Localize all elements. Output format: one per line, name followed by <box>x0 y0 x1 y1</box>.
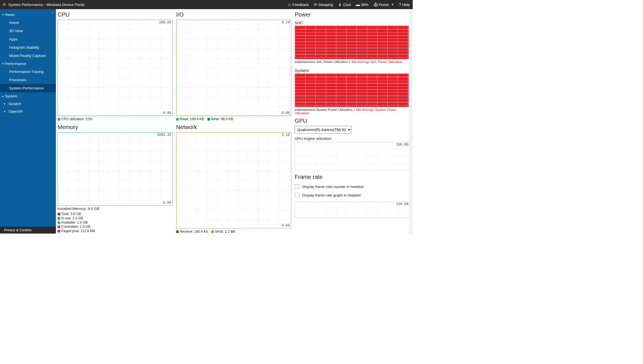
io-ymin: 0.00 <box>282 111 290 115</box>
smiley-icon: ☺ <box>287 3 291 7</box>
gpu-chart: 100.00 <box>295 142 410 170</box>
gpu-ymax: 100.00 <box>396 143 408 147</box>
thermal-status[interactable]: 🌡Cool <box>338 3 351 7</box>
nav-group-performance[interactable]: Performance <box>0 60 56 68</box>
framerate-graph-checkbox[interactable] <box>295 193 299 197</box>
gpu-select[interactable]: Qualcomm(R) Adreno(TM) 630 GPU <box>295 126 352 134</box>
cpu-ymin: 0.00 <box>163 111 171 115</box>
sleeping-status[interactable]: ⟳Sleeping <box>314 3 333 7</box>
memory-installed: Installed Memory: 4.0 GB <box>58 206 173 211</box>
chevron-down-icon: ▼ <box>391 3 394 6</box>
battery-status[interactable]: ▬98% <box>356 3 369 7</box>
power-soc-title: SoC <box>295 20 410 25</box>
nav-item-processes[interactable]: Processes <box>0 76 56 84</box>
page-title: System Performance - Windows Device Port… <box>8 3 84 7</box>
power-system-chart <box>295 73 410 107</box>
nav-item-system-performance[interactable]: System Performance <box>0 84 56 92</box>
memory-ymin: 0.00 <box>163 201 171 205</box>
memory-chart: 3863.32 0.00 <box>58 132 173 206</box>
network-ymin: 0.00 <box>282 224 290 228</box>
main-content: CPU 100.00 0.00 CPU utilization: 22% Mem… <box>56 9 413 234</box>
feedback-button[interactable]: ☺Feedback <box>287 3 309 7</box>
io-chart: 0.19 0.00 <box>176 20 291 116</box>
memory-legend: Total: 3.8 GB In use: 2.3 GB Available: … <box>58 212 173 234</box>
io-panel: I/O 0.19 0.00 Read: 199.4 KB Write: 66.0… <box>176 10 291 121</box>
cpu-chart: 100.00 0.00 <box>58 20 173 116</box>
privacy-cookies-link[interactable]: Privacy & Cookies <box>0 227 56 234</box>
gpu-panel: GPU Qualcomm(R) Adreno(TM) 630 GPU GPU e… <box>295 116 410 170</box>
network-chart: 3.18 0.00 <box>176 132 291 228</box>
gpu-title: GPU <box>295 118 410 124</box>
memory-panel: Memory 3863.32 0.00 Installed Memory: 4.… <box>58 123 173 234</box>
io-legend: Read: 199.4 KB Write: 66.0 KB <box>176 117 291 121</box>
nav-item-performance-tracing[interactable]: Performance Tracing <box>0 68 56 76</box>
io-ymax: 0.19 <box>282 21 290 24</box>
power-menu[interactable]: ⏻Power▼ <box>374 3 394 7</box>
framerate-ymax: 120.00 <box>396 202 408 206</box>
framerate-title: Frame rate <box>295 174 410 180</box>
framerate-counter-label: Display frame rate counter in headset <box>302 185 364 189</box>
power-title: Power <box>295 11 410 18</box>
nav-item-mixed-reality-capture[interactable]: Mixed Reality Capture <box>0 52 56 60</box>
framerate-counter-checkbox[interactable] <box>295 184 299 189</box>
nav-item-3d-view[interactable]: 3D View <box>0 27 56 35</box>
cpu-panel: CPU 100.00 0.00 CPU utilization: 22% <box>58 10 173 121</box>
thermometer-icon: 🌡 <box>338 3 342 7</box>
cpu-ymax: 100.00 <box>159 21 171 24</box>
power-system-title: System <box>295 68 410 73</box>
sidebar: ‹ Views Home 3D View Apps Hologram Stabi… <box>0 9 56 234</box>
network-title: Network <box>176 124 291 130</box>
nav-group-system[interactable]: System <box>0 92 56 100</box>
help-button[interactable]: ?Help <box>399 3 410 7</box>
hamburger-icon[interactable]: ≡ <box>3 2 5 7</box>
network-legend: Receive: 140.4 Kb Send: 2.2 Mb <box>176 230 291 234</box>
power-soc-legend: Instantaneous SoC Power Utilization 1 Mi… <box>295 60 410 64</box>
framerate-graph-label: Display frame rate graph in headset <box>302 193 361 197</box>
nav-item-openxr[interactable]: ▸OpenXR <box>0 108 56 115</box>
nav-item-apps[interactable]: Apps <box>0 35 56 43</box>
nav-item-home[interactable]: Home <box>0 19 56 27</box>
clock-icon: ⟳ <box>314 3 317 7</box>
cpu-title: CPU <box>58 11 173 18</box>
feedback-label: Feedback <box>292 3 309 7</box>
nav-item-hologram-stability[interactable]: Hologram Stability <box>0 43 56 52</box>
framerate-chart: 120.00 <box>295 201 410 218</box>
gpu-utilization-label: GPU engine utilization <box>295 136 410 141</box>
network-panel: Network 3.18 0.00 Receive: 140.4 Kb Send… <box>176 123 291 234</box>
nav-item-scratch[interactable]: ▸Scratch <box>0 100 56 108</box>
framerate-panel: Frame rate Display frame rate counter in… <box>295 170 410 218</box>
framerate-graph-row[interactable]: Display frame rate graph in headset <box>295 193 410 197</box>
nav-group-views[interactable]: Views <box>0 11 56 19</box>
power-system-legend: Instantaneous System Power Utilization 1… <box>295 108 410 115</box>
framerate-counter-row[interactable]: Display frame rate counter in headset <box>295 184 410 189</box>
cpu-legend: CPU utilization: 22% <box>58 117 173 121</box>
help-icon: ? <box>399 3 401 7</box>
power-icon: ⏻ <box>374 3 378 7</box>
power-soc-chart <box>295 26 410 59</box>
io-title: I/O <box>176 11 291 18</box>
power-panel: Power SoC Instantaneous SoC Power Utiliz… <box>295 10 410 115</box>
top-bar: ≡ System Performance - Windows Device Po… <box>0 0 413 9</box>
network-ymax: 3.18 <box>282 133 290 137</box>
battery-icon: ▬ <box>356 3 360 7</box>
sidebar-collapse-icon[interactable]: ‹ <box>51 11 54 15</box>
memory-title: Memory <box>58 124 173 130</box>
memory-ymax: 3863.32 <box>157 133 171 137</box>
scrollbar[interactable] <box>409 9 413 234</box>
